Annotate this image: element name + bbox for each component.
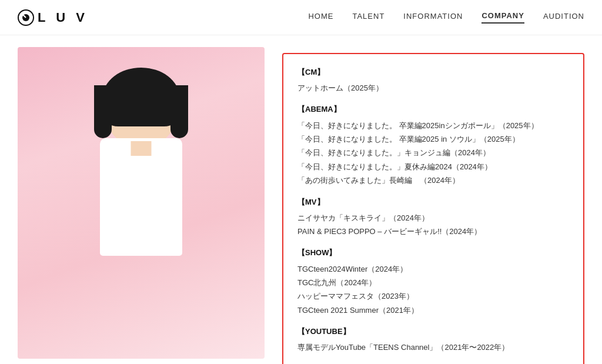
work-item-1-4: 「あの街歩いてみました」長崎編 （2024年）	[297, 173, 569, 187]
work-category-2: 【MV】	[297, 196, 569, 209]
site-header: L U V HOMETALENTINFORMATIONCOMPANYAUDITI…	[0, 0, 602, 35]
work-category-0: 【CM】	[297, 66, 569, 79]
work-category-1: 【ABEMA】	[297, 103, 569, 116]
nav-item-information[interactable]: INFORMATION	[403, 12, 463, 23]
person-hair	[103, 68, 179, 126]
work-item-1-2: 「今日、好きになりました。」キョンジュ編（2024年）	[297, 146, 569, 159]
work-item-1-1: 「今日、好きになりました。 卒業編2025 in ソウル」（2025年）	[297, 132, 569, 146]
logo[interactable]: L U V	[18, 9, 88, 26]
work-item-1-3: 「今日、好きになりました。」夏休み編2024（2024年）	[297, 160, 569, 173]
work-item-4-0: 専属モデルYouTube「TEENS Channel」（2021年〜2022年）	[297, 340, 569, 354]
work-category-4: 【YOUTUBE】	[297, 325, 569, 338]
talent-photo	[18, 47, 265, 359]
logo-icon	[18, 9, 34, 26]
work-item-2-0: ニイサヤカ「キスキライ」（2024年）	[297, 211, 569, 225]
work-item-3-1: TGC北九州（2024年）	[297, 276, 569, 289]
photo-section	[18, 47, 265, 364]
person-body	[100, 138, 182, 256]
logo-text: L U V	[38, 10, 88, 25]
nav-item-home[interactable]: HOME	[308, 12, 333, 23]
info-section: 【CM】アットホーム（2025年）【ABEMA】「今日、好きになりました。 卒業…	[282, 47, 584, 364]
nav-item-audition[interactable]: AUDITION	[543, 12, 584, 23]
person-neck	[131, 141, 152, 156]
work-item-0-0: アットホーム（2025年）	[297, 81, 569, 95]
nav-item-talent[interactable]: TALENT	[352, 12, 384, 23]
work-item-3-2: ハッピーママフェスタ（2023年）	[297, 289, 569, 303]
main-content: 【CM】アットホーム（2025年）【ABEMA】「今日、好きになりました。 卒業…	[0, 35, 602, 364]
person-figure	[47, 59, 235, 359]
main-nav: HOMETALENTINFORMATIONCOMPANYAUDITION	[308, 11, 584, 24]
works-box: 【CM】アットホーム（2025年）【ABEMA】「今日、好きになりました。 卒業…	[282, 53, 584, 364]
work-category-3: 【SHOW】	[297, 246, 569, 259]
work-item-1-0: 「今日、好きになりました。 卒業編2025inシンガポール」（2025年）	[297, 119, 569, 132]
nav-item-company[interactable]: COMPANY	[481, 11, 524, 24]
work-item-3-3: TGCteen 2021 Summer（2021年）	[297, 303, 569, 317]
work-item-3-0: TGCteen2024Winter（2024年）	[297, 262, 569, 276]
work-item-2-1: PAIN & PIEC3 POPPO – バービーギャル!!（2024年）	[297, 225, 569, 238]
